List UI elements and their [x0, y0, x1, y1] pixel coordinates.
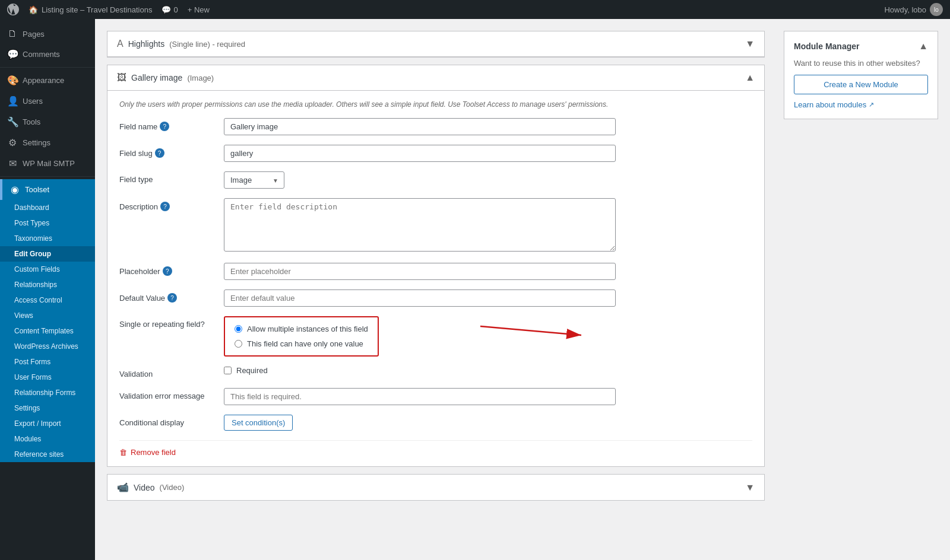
sidebar-item-user-forms[interactable]: User Forms: [0, 370, 95, 385]
toolset-submenu: Dashboard Post Types Taxonomies Edit Gro…: [0, 200, 95, 462]
sidebar-item-settings[interactable]: ⚙ Settings: [0, 132, 95, 153]
remove-field-label: Remove field: [131, 448, 176, 457]
single-value-radio[interactable]: [235, 340, 242, 348]
submenu-label: Taxonomies: [14, 234, 52, 243]
module-panel-header: Module Manager ▲: [794, 41, 928, 52]
sidebar-item-reference-sites[interactable]: Reference sites: [0, 447, 95, 462]
highlights-panel-header[interactable]: A Highlights (Single line) - required ▼: [107, 31, 764, 57]
field-slug-control: [224, 145, 616, 162]
description-help-icon[interactable]: ?: [160, 202, 170, 211]
module-manager: Module Manager ▲ Want to reuse this in o…: [784, 31, 938, 119]
field-name-control: [224, 118, 616, 135]
comment-icon: 💬: [162, 5, 171, 14]
placeholder-help-icon[interactable]: ?: [163, 266, 172, 276]
remove-field-button[interactable]: 🗑 Remove field: [119, 448, 752, 457]
field-slug-input[interactable]: [224, 145, 616, 162]
howdy-text: Howdy, lobo lo: [884, 3, 943, 16]
pages-icon: 🗋: [7, 28, 18, 39]
sidebar-item-appearance[interactable]: 🎨 Appearance: [0, 70, 95, 91]
sidebar-item-post-forms[interactable]: Post Forms: [0, 354, 95, 370]
default-value-help-icon[interactable]: ?: [167, 293, 177, 303]
comments-badge[interactable]: 💬 0: [162, 5, 178, 14]
sidebar-item-content-templates[interactable]: Content Templates: [0, 323, 95, 339]
required-checkbox[interactable]: [224, 367, 232, 374]
description-row: Description ?: [119, 198, 752, 253]
placeholder-input[interactable]: [224, 263, 616, 280]
sidebar-item-wpmail[interactable]: ✉ WP Mail SMTP: [0, 153, 95, 174]
field-type-control: Image Single line Multi-line Number Date…: [224, 171, 616, 189]
sidebar-item-tools[interactable]: 🔧 Tools: [0, 112, 95, 132]
video-panel: 📹 Video (Video) ▼: [107, 474, 765, 501]
description-label: Description ?: [119, 198, 214, 211]
gallery-toggle-icon[interactable]: ▲: [745, 72, 755, 83]
module-collapse-button[interactable]: ▲: [919, 41, 928, 52]
submenu-label: Relationship Forms: [14, 389, 75, 397]
module-panel-title: Module Manager: [794, 42, 859, 51]
default-value-input[interactable]: [224, 289, 616, 307]
field-name-help-icon[interactable]: ?: [160, 122, 169, 131]
sidebar-item-post-types[interactable]: Post Types: [0, 215, 95, 231]
sidebar-item-custom-fields[interactable]: Custom Fields: [0, 262, 95, 277]
sidebar-item-pages[interactable]: 🗋 Pages: [0, 24, 95, 44]
sidebar-item-toolset[interactable]: ◉ Toolset: [0, 179, 95, 200]
learn-modules-link[interactable]: Learn about modules ↗: [794, 100, 928, 109]
submenu-label: Modules: [14, 435, 41, 443]
field-type-select[interactable]: Image Single line Multi-line Number Date…: [224, 171, 284, 189]
video-panel-header[interactable]: 📹 Video (Video) ▼: [107, 475, 764, 500]
required-label: Required: [236, 366, 268, 375]
sidebar-item-relationship-forms[interactable]: Relationship Forms: [0, 385, 95, 400]
field-type-label: Field type: [119, 171, 214, 184]
set-conditions-button[interactable]: Set condition(s): [224, 415, 293, 431]
sidebar-item-users[interactable]: 👤 Users: [0, 91, 95, 112]
gallery-info-text: Only the users with proper permissions c…: [119, 100, 752, 109]
new-item[interactable]: + New: [188, 5, 210, 14]
sidebar-item-settings-sub[interactable]: Settings: [0, 400, 95, 416]
sidebar-item-taxonomies[interactable]: Taxonomies: [0, 231, 95, 246]
default-value-row: Default Value ?: [119, 289, 752, 307]
default-value-label: Default Value ?: [119, 289, 214, 303]
field-slug-row: Field slug ?: [119, 145, 752, 162]
sidebar-item-dashboard[interactable]: Dashboard: [0, 200, 95, 215]
gallery-title: Gallery image: [131, 73, 182, 82]
sidebar-item-wp-archives[interactable]: WordPress Archives: [0, 339, 95, 354]
sidebar-item-export-import[interactable]: Export / Import: [0, 416, 95, 431]
sidebar-item-views[interactable]: Views: [0, 308, 95, 323]
allow-multiple-radio[interactable]: [235, 325, 242, 333]
module-panel: Module Manager ▲ Want to reuse this in o…: [784, 31, 938, 119]
submenu-label: Relationships: [14, 281, 57, 289]
repeating-control: Allow multiple instances of this field T…: [224, 316, 616, 357]
repeating-radio-box: Allow multiple instances of this field T…: [224, 316, 379, 357]
description-textarea[interactable]: [224, 198, 616, 252]
gallery-panel-header[interactable]: 🖼 Gallery image (Image) ▲: [107, 65, 764, 91]
sidebar-divider: [0, 67, 95, 68]
sidebar-item-access-control[interactable]: Access Control: [0, 292, 95, 308]
field-name-label: Field name ?: [119, 118, 214, 131]
placeholder-control: [224, 263, 616, 280]
sidebar-item-label: Pages: [23, 30, 45, 39]
video-toggle-icon[interactable]: ▼: [745, 482, 755, 493]
single-value-option: This field can have only one value: [235, 339, 368, 348]
annotation-arrow: [480, 317, 611, 347]
highlights-type-icon: A: [117, 39, 124, 49]
highlights-toggle-icon[interactable]: ▼: [745, 39, 755, 49]
single-value-label: This field can have only one value: [247, 339, 363, 348]
sidebar-item-relationships[interactable]: Relationships: [0, 277, 95, 292]
wpmail-icon: ✉: [7, 158, 18, 169]
field-slug-help-icon[interactable]: ?: [155, 148, 164, 158]
main-content: A Highlights (Single line) - required ▼ …: [95, 19, 950, 560]
comments-count: 0: [173, 5, 178, 14]
field-type-select-wrapper: Image Single line Multi-line Number Date…: [224, 171, 284, 189]
wp-logo[interactable]: [7, 4, 19, 15]
comments-icon: 💬: [7, 49, 18, 60]
validation-error-input[interactable]: [224, 388, 616, 405]
field-name-input[interactable]: [224, 118, 616, 135]
external-link-icon: ↗: [869, 101, 874, 109]
sidebar-item-comments[interactable]: 💬 Comments: [0, 44, 95, 65]
site-name[interactable]: 🏠 Listing site – Travel Destinations: [28, 5, 152, 14]
allow-multiple-label: Allow multiple instances of this field: [247, 324, 368, 333]
submenu-label: Export / Import: [14, 419, 61, 428]
sidebar-item-modules[interactable]: Modules: [0, 431, 95, 447]
create-new-module-button[interactable]: Create a New Module: [794, 75, 928, 94]
sidebar-item-edit-group[interactable]: Edit Group: [0, 246, 95, 262]
sidebar-item-label: Appearance: [23, 76, 64, 85]
